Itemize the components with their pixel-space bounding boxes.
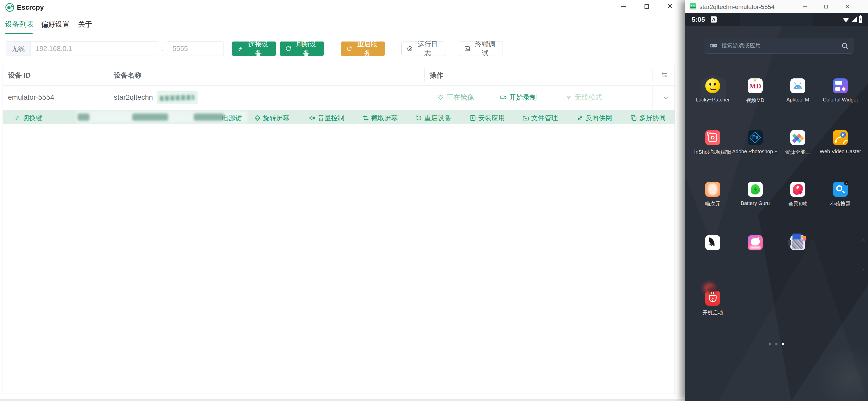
app-icon-battery-guru[interactable] xyxy=(748,182,763,197)
search-icon xyxy=(841,42,849,50)
link-icon xyxy=(237,45,244,52)
control-volume[interactable]: 音量控制 xyxy=(309,114,344,122)
column-divider xyxy=(424,68,425,82)
app-icon-collage-app[interactable] xyxy=(790,235,805,250)
redacted-blur xyxy=(132,114,168,121)
device-table: 设备 ID 设备名称 操作 emulator-5554 star2qltechn xyxy=(3,65,675,394)
status-time: 5:05 xyxy=(692,16,705,24)
control-power-key[interactable]: 电源键 xyxy=(222,114,242,122)
app-label[interactable]: Lucky~Patcher xyxy=(690,97,736,103)
app-label[interactable]: 喵次元 xyxy=(690,201,736,207)
maximize-button[interactable] xyxy=(641,1,652,12)
column-divider xyxy=(108,68,108,82)
page-dot[interactable] xyxy=(769,343,771,345)
app-icon-photoshop-express[interactable]: Ps xyxy=(748,130,763,145)
control-label: 重启设备 xyxy=(424,114,451,122)
page-dot-active[interactable] xyxy=(782,343,784,345)
mirroring-action[interactable]: 正在镜像 xyxy=(437,93,474,102)
control-label: 旋转屏幕 xyxy=(263,114,289,122)
ps-monogram: Ps xyxy=(748,134,763,140)
control-screenshot[interactable]: 截取屏幕 xyxy=(362,114,398,122)
close-button[interactable]: ✕ xyxy=(664,1,676,12)
app-label[interactable]: 小猿搜题 xyxy=(817,201,863,207)
app-icon-cat-app[interactable] xyxy=(748,235,763,250)
app-icon-ziyuan-quannengwang[interactable] xyxy=(790,130,805,145)
app-label[interactable]: 开机启动 xyxy=(690,309,736,316)
app-icon-colorful-widget[interactable] xyxy=(833,79,848,93)
app-icon-xiaoyuan-souti[interactable] xyxy=(833,182,848,197)
tether-link-icon xyxy=(577,115,584,121)
app-icon-video-md[interactable]: ♛ MD xyxy=(748,79,763,93)
ip-address-input[interactable] xyxy=(31,42,159,56)
device-row[interactable]: emulator-5554 star2qltechn 正在镜像 开始录制 xyxy=(3,86,675,111)
app-icon-kaiji-qidong[interactable] xyxy=(705,291,720,306)
shield-shape xyxy=(709,295,717,302)
start-recording-action[interactable]: 开始录制 xyxy=(500,93,537,102)
control-file-manager[interactable]: 文件管理 xyxy=(522,114,558,122)
tab-about[interactable]: 关于 xyxy=(78,20,92,29)
app-icon-quanmin-kge[interactable] xyxy=(790,182,805,197)
control-restart-device[interactable]: 重启设备 xyxy=(415,114,451,122)
android-screen[interactable]: 5:05 A 搜索游戏或应用 xyxy=(685,13,868,401)
redacted-blur xyxy=(194,114,224,121)
app-label[interactable]: 资源全能王 xyxy=(775,149,821,156)
control-multi-screen[interactable]: 多屏协同 xyxy=(630,114,666,122)
install-app-icon xyxy=(469,115,476,121)
window-bottom-edge xyxy=(0,399,685,401)
page-dot[interactable] xyxy=(775,343,778,345)
emulator-maximize-button[interactable] xyxy=(820,2,832,12)
app-label[interactable]: Web Video Caster xyxy=(817,149,863,155)
app-label[interactable]: Apktool M xyxy=(775,97,821,103)
button-label: 运行日志 xyxy=(415,40,440,58)
app-label[interactable]: InShot-视频编辑 xyxy=(690,149,736,156)
android-robot-icon xyxy=(793,82,803,91)
run-log-button[interactable]: 运行日志 xyxy=(401,41,445,56)
tab-bar: 设备列表 偏好设置 关于 xyxy=(0,15,682,34)
restart-device-icon xyxy=(415,115,422,121)
connect-device-button[interactable]: 连接设备 xyxy=(232,41,276,56)
emulator-window-title: star2qltechn-emulator-5554 xyxy=(700,3,775,10)
control-label: 电源键 xyxy=(222,114,242,122)
app-icon-lucky-patcher[interactable] xyxy=(705,79,720,93)
app-label[interactable]: 视频MD xyxy=(732,97,778,104)
wireless-mode-action[interactable]: 无线模式 xyxy=(565,93,602,102)
app-icon-apktool-m[interactable] xyxy=(790,79,805,93)
app-search-bar[interactable]: 搜索游戏或应用 xyxy=(704,38,854,54)
escrcpy-window: Escrcpy ✕ 设备列表 偏好设置 关于 无线 : 连接设备 xyxy=(0,0,685,401)
emulator-close-button[interactable]: ✕ xyxy=(842,2,853,12)
table-empty-body xyxy=(3,124,675,394)
lens-shape xyxy=(711,136,714,140)
app-label[interactable]: Colorful Widget xyxy=(817,97,863,103)
app-icon-miaociyuan[interactable] xyxy=(705,182,720,197)
port-input[interactable] xyxy=(167,41,223,56)
column-device-name: 设备名称 xyxy=(114,71,142,80)
app-label[interactable]: 全民K歌 xyxy=(775,201,821,207)
tab-preferences[interactable]: 偏好设置 xyxy=(41,20,70,29)
desktop: Escrcpy ✕ 设备列表 偏好设置 关于 无线 : 连接设备 xyxy=(0,0,868,401)
app-icon-inshot[interactable] xyxy=(705,130,720,145)
minimize-button[interactable] xyxy=(618,1,630,12)
folder-icon xyxy=(522,115,529,121)
app-label[interactable]: Battery Guru xyxy=(732,201,778,206)
emulator-minimize-button[interactable] xyxy=(799,2,811,12)
app-label[interactable]: Adobe Photoshop Expr.. xyxy=(732,149,778,155)
control-reverse-tethering[interactable]: 反向供网 xyxy=(577,114,612,122)
wireless-address-group: 无线 xyxy=(6,41,159,56)
control-rotate-screen[interactable]: 旋转屏幕 xyxy=(254,114,289,122)
control-install-app[interactable]: 安装应用 xyxy=(469,114,505,122)
app-icon-feather-notes[interactable] xyxy=(705,235,720,250)
rotate-screen-icon xyxy=(254,115,261,121)
restart-service-button[interactable]: 重启服务 xyxy=(341,41,385,56)
plug-shape xyxy=(711,292,714,295)
expand-row-chevron-down-icon[interactable] xyxy=(662,94,670,101)
app-icon-web-video-caster[interactable] xyxy=(833,130,848,145)
refresh-device-button[interactable]: 刷新设备 xyxy=(280,41,324,56)
tab-device-list[interactable]: 设备列表 xyxy=(5,20,34,29)
refresh-icon xyxy=(285,45,291,52)
column-operations: 操作 xyxy=(430,71,443,80)
crop-frame-shape xyxy=(708,133,717,142)
control-switch-key[interactable]: 切换键 xyxy=(13,114,42,122)
terminal-debug-button[interactable]: 终端调试 xyxy=(459,41,503,56)
column-settings-icon[interactable] xyxy=(660,71,668,79)
eye-shape xyxy=(797,186,799,189)
